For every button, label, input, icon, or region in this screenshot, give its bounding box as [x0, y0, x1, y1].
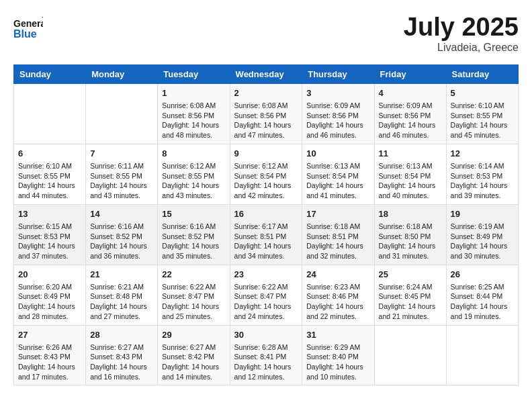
- sunrise-text: Sunrise: 6:11 AM: [90, 161, 153, 171]
- sunset-text: Sunset: 8:55 PM: [451, 111, 514, 121]
- calendar-cell: [86, 83, 158, 144]
- daylight-text: Daylight: 14 hours and 46 minutes.: [379, 120, 442, 140]
- calendar-cell: 14Sunrise: 6:16 AMSunset: 8:52 PMDayligh…: [86, 204, 158, 265]
- calendar-cell: [446, 325, 518, 385]
- sunrise-text: Sunrise: 6:09 AM: [306, 101, 369, 111]
- sunset-text: Sunset: 8:55 PM: [18, 171, 81, 181]
- sunrise-text: Sunrise: 6:19 AM: [451, 222, 514, 232]
- calendar-cell: 22Sunrise: 6:22 AMSunset: 8:47 PMDayligh…: [158, 265, 230, 325]
- sunrise-text: Sunrise: 6:10 AM: [18, 161, 81, 171]
- sunrise-text: Sunrise: 6:17 AM: [234, 222, 298, 232]
- calendar-cell: [14, 83, 86, 144]
- calendar-cell: 21Sunrise: 6:21 AMSunset: 8:48 PMDayligh…: [86, 265, 158, 325]
- calendar-cell: 12Sunrise: 6:14 AMSunset: 8:53 PMDayligh…: [446, 144, 518, 204]
- sunset-text: Sunset: 8:51 PM: [306, 232, 369, 242]
- sunrise-text: Sunrise: 6:22 AM: [162, 282, 225, 292]
- daylight-text: Daylight: 14 hours and 39 minutes.: [451, 181, 514, 200]
- location: Livadeia, Greece: [404, 42, 519, 54]
- calendar-cell: 15Sunrise: 6:16 AMSunset: 8:52 PMDayligh…: [158, 204, 230, 265]
- sunset-text: Sunset: 8:53 PM: [451, 171, 514, 181]
- sunrise-text: Sunrise: 6:26 AM: [18, 342, 81, 353]
- day-number: 4: [379, 87, 442, 99]
- calendar-cell: 7Sunrise: 6:11 AMSunset: 8:55 PMDaylight…: [86, 144, 158, 204]
- sunset-text: Sunset: 8:43 PM: [90, 352, 153, 362]
- sunrise-text: Sunrise: 6:08 AM: [162, 101, 225, 111]
- calendar-cell: 20Sunrise: 6:20 AMSunset: 8:49 PMDayligh…: [14, 265, 86, 325]
- sunset-text: Sunset: 8:45 PM: [379, 291, 442, 302]
- calendar-cell: 31Sunrise: 6:29 AMSunset: 8:40 PMDayligh…: [302, 325, 374, 385]
- calendar-header-row: Sunday Monday Tuesday Wednesday Thursday…: [14, 64, 519, 83]
- sunset-text: Sunset: 8:49 PM: [451, 232, 514, 242]
- calendar-cell: 5Sunrise: 6:10 AMSunset: 8:55 PMDaylight…: [446, 83, 518, 144]
- sunrise-text: Sunrise: 6:23 AM: [306, 282, 369, 292]
- daylight-text: Daylight: 14 hours and 28 minutes.: [18, 302, 81, 321]
- sunset-text: Sunset: 8:43 PM: [18, 352, 81, 362]
- sunrise-text: Sunrise: 6:22 AM: [234, 282, 298, 292]
- calendar-cell: 13Sunrise: 6:15 AMSunset: 8:53 PMDayligh…: [14, 204, 86, 265]
- day-number: 8: [162, 148, 225, 160]
- header-wednesday: Wednesday: [230, 64, 302, 83]
- daylight-text: Daylight: 14 hours and 48 minutes.: [162, 120, 225, 140]
- calendar-cell: 29Sunrise: 6:27 AMSunset: 8:42 PMDayligh…: [158, 325, 230, 385]
- daylight-text: Daylight: 14 hours and 34 minutes.: [234, 241, 298, 261]
- sunrise-text: Sunrise: 6:16 AM: [90, 222, 153, 232]
- calendar-cell: [374, 325, 446, 385]
- svg-text:Blue: Blue: [13, 28, 37, 40]
- day-number: 10: [306, 148, 369, 160]
- sunset-text: Sunset: 8:56 PM: [379, 111, 442, 121]
- day-number: 9: [234, 148, 298, 160]
- sunrise-text: Sunrise: 6:28 AM: [234, 342, 298, 353]
- calendar-cell: 19Sunrise: 6:19 AMSunset: 8:49 PMDayligh…: [446, 204, 518, 265]
- daylight-text: Daylight: 14 hours and 24 minutes.: [234, 302, 298, 321]
- svg-text:General: General: [13, 18, 43, 29]
- header-tuesday: Tuesday: [158, 64, 230, 83]
- day-number: 23: [234, 269, 298, 281]
- calendar-cell: 4Sunrise: 6:09 AMSunset: 8:56 PMDaylight…: [374, 83, 446, 144]
- daylight-text: Daylight: 14 hours and 36 minutes.: [90, 241, 153, 261]
- day-number: 26: [451, 269, 514, 281]
- sunrise-text: Sunrise: 6:15 AM: [18, 222, 81, 232]
- sunrise-text: Sunrise: 6:13 AM: [379, 161, 442, 171]
- day-number: 30: [234, 329, 298, 341]
- sunset-text: Sunset: 8:52 PM: [90, 232, 153, 242]
- daylight-text: Daylight: 14 hours and 35 minutes.: [162, 241, 225, 261]
- day-number: 22: [162, 269, 225, 281]
- calendar-cell: 11Sunrise: 6:13 AMSunset: 8:54 PMDayligh…: [374, 144, 446, 204]
- sunrise-text: Sunrise: 6:18 AM: [379, 222, 442, 232]
- daylight-text: Daylight: 14 hours and 41 minutes.: [306, 181, 369, 200]
- calendar-cell: 18Sunrise: 6:18 AMSunset: 8:50 PMDayligh…: [374, 204, 446, 265]
- daylight-text: Daylight: 14 hours and 42 minutes.: [234, 181, 298, 200]
- daylight-text: Daylight: 14 hours and 46 minutes.: [306, 120, 369, 140]
- daylight-text: Daylight: 14 hours and 30 minutes.: [451, 241, 514, 261]
- sunrise-text: Sunrise: 6:20 AM: [18, 282, 81, 292]
- sunset-text: Sunset: 8:44 PM: [451, 291, 514, 302]
- sunset-text: Sunset: 8:56 PM: [234, 111, 298, 121]
- sunset-text: Sunset: 8:49 PM: [18, 291, 81, 302]
- sunrise-text: Sunrise: 6:27 AM: [90, 342, 153, 353]
- day-number: 28: [90, 329, 153, 341]
- sunrise-text: Sunrise: 6:14 AM: [451, 161, 514, 171]
- calendar-cell: 27Sunrise: 6:26 AMSunset: 8:43 PMDayligh…: [14, 325, 86, 385]
- daylight-text: Daylight: 14 hours and 37 minutes.: [18, 241, 81, 261]
- sunset-text: Sunset: 8:52 PM: [162, 232, 225, 242]
- calendar-cell: 10Sunrise: 6:13 AMSunset: 8:54 PMDayligh…: [302, 144, 374, 204]
- logo: General Blue: [13, 13, 43, 43]
- day-number: 29: [162, 329, 225, 341]
- sunset-text: Sunset: 8:46 PM: [306, 291, 369, 302]
- day-number: 27: [18, 329, 81, 341]
- header-monday: Monday: [86, 64, 158, 83]
- calendar-cell: 26Sunrise: 6:25 AMSunset: 8:44 PMDayligh…: [446, 265, 518, 325]
- daylight-text: Daylight: 14 hours and 22 minutes.: [306, 302, 369, 321]
- daylight-text: Daylight: 14 hours and 14 minutes.: [162, 362, 225, 381]
- daylight-text: Daylight: 14 hours and 40 minutes.: [379, 181, 442, 200]
- day-number: 16: [234, 208, 298, 220]
- calendar-cell: 30Sunrise: 6:28 AMSunset: 8:41 PMDayligh…: [230, 325, 302, 385]
- sunset-text: Sunset: 8:56 PM: [162, 111, 225, 121]
- header-thursday: Thursday: [302, 64, 374, 83]
- sunrise-text: Sunrise: 6:16 AM: [162, 222, 225, 232]
- calendar-cell: 23Sunrise: 6:22 AMSunset: 8:47 PMDayligh…: [230, 265, 302, 325]
- sunset-text: Sunset: 8:51 PM: [234, 232, 298, 242]
- header-friday: Friday: [374, 64, 446, 83]
- day-number: 19: [451, 208, 514, 220]
- sunset-text: Sunset: 8:40 PM: [306, 352, 369, 362]
